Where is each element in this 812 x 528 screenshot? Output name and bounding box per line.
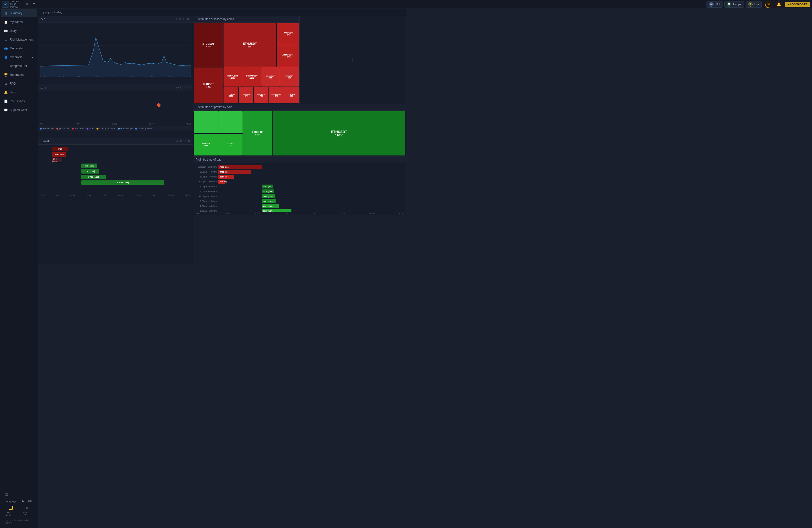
time-row-2: 2:00am - 4:00am -4735 (139): [195, 170, 404, 174]
trades-icon: 📋: [4, 20, 8, 24]
emotions-expand-icon[interactable]: ⤢: [184, 86, 186, 89]
week-x-axis: -288495447928630124681630620143239812781…: [38, 194, 193, 197]
week-edit-icon[interactable]: ✏: [176, 140, 179, 143]
twtusdt-cell: TWTUSDT -1959: [277, 23, 299, 45]
header-text: ...y of your trading: [41, 11, 62, 14]
emotions-edit-icon[interactable]: ✏: [176, 86, 179, 89]
time-row-6: 6:00am - 8:00am 1370 (134): [195, 189, 404, 194]
loss-dist-header: Distribution of losses by coins: [193, 16, 300, 23]
sidebar-item-risk-management[interactable]: 🛡 Risk Management: [1, 35, 37, 44]
profit-distribution-panel: Distribution of profits by coin +: [193, 104, 406, 156]
profit-small-2: [218, 111, 243, 133]
add-panel-button[interactable]: +: [300, 16, 406, 104]
faq-icon: ⚙: [4, 82, 8, 86]
week-title: ...week: [40, 140, 49, 143]
btcusdt-cell: BTCUSDT -8441: [194, 23, 223, 67]
sidebar-item-mentorship[interactable]: 👥 Mentorship: [1, 44, 37, 53]
main-content: ...y of your trading API 1 ✏ ⧉ ⬡ 🗑: [38, 9, 406, 264]
plus-icon: +: [351, 56, 354, 63]
week-expand-icon[interactable]: ⤢: [184, 140, 186, 143]
emotion-dot: [157, 103, 160, 107]
sidebar-label-risk: Risk Management: [10, 38, 33, 41]
sidebar-label-diary: Diary: [10, 29, 17, 32]
sidebar-label-trades: My trades: [10, 20, 23, 24]
logo[interactable]: TRADER MAKE MONEY: [2, 0, 19, 8]
profit-treemap: + BNBUSDT 1900: [193, 111, 406, 156]
week-bar-1: (71): [52, 147, 68, 151]
time-row-4: 8:00pm - 10:00pm -325 (60): [195, 180, 404, 184]
sidebar: ▦ Summary 📋 My trades 📖 Diary 🛡 Risk Man…: [0, 9, 38, 264]
copy-icon[interactable]: ⧉: [179, 17, 182, 21]
equity-chart: 2019Jul '192020Jul '202021Jul '212022Jul…: [38, 23, 193, 79]
profile-icon: 👤: [4, 55, 8, 59]
sidebar-label-profile: My profile: [10, 56, 23, 59]
week-bar-7: 31657 (278): [81, 181, 164, 185]
loss-treemap: BTCUSDT -8441 DIAUSDT -3212: [193, 23, 300, 104]
bifibusd-cell: BIFIBUSD -1568: [223, 87, 238, 103]
sidebar-item-blog[interactable]: 🔔 Blog: [1, 88, 37, 97]
sidebar-label-summary: Summary: [10, 12, 22, 15]
spxusdt-cell: SPXUSDT -870: [239, 87, 253, 103]
sidebar-item-my-trades[interactable]: 📋 My trades: [1, 18, 37, 26]
profile-chevron-icon: ▼: [31, 56, 34, 59]
emotions-delete-icon[interactable]: ✕: [188, 86, 190, 89]
week-copy-icon[interactable]: ⧉: [180, 140, 183, 143]
xvsusdt-cell: XVSUSDT -763: [254, 87, 269, 103]
topnav-icons: 👁 ?: [24, 1, 37, 7]
profit-dist-title: Distribution of profits by coin: [195, 105, 232, 109]
thetausdt-cell: THETAUSDT -1107: [242, 67, 261, 87]
etcusdt-cell: ETCUSDT 5214: [243, 111, 272, 156]
topnav: TRADER MAKE MONEY 👁 ? 🇺🇸 USA 📈 Europe 🌏 …: [0, 0, 406, 9]
mentorship-icon: 👥: [4, 46, 8, 51]
logo-text: TRADER MAKE MONEY: [10, 0, 19, 8]
sidebar-label-telegram: Telegram Bot: [10, 64, 27, 68]
eye-icon[interactable]: 👁: [24, 1, 30, 7]
api-panel-header: API 1 ✏ ⧉ ⬡ 🗑: [38, 16, 193, 23]
ethusdt-cell: ETHUSDT -5187: [223, 23, 276, 67]
delete-icon[interactable]: 🗑: [187, 17, 190, 21]
api-title: API 1: [41, 17, 48, 21]
time-profit-header: Profit by time of day: [193, 156, 406, 163]
diausdt-profit-cell: DIAUSDT 1900: [218, 134, 243, 156]
api-panel: API 1 ✏ ⧉ ⬡ 🗑: [38, 16, 193, 84]
sidebar-item-diary[interactable]: 📖 Diary: [1, 27, 37, 35]
ltcusdt-cell: LTCUSDT -816: [280, 67, 299, 87]
diary-icon: 📖: [4, 29, 8, 33]
legend-усталость: усталость: [56, 127, 69, 130]
chat-icon: 💬: [4, 108, 8, 112]
loss-dist-title: Distribution of losses by coins: [195, 17, 234, 21]
time-row-3: 6:00pm - 8:00pm -1254 (104): [195, 175, 404, 179]
runeusdt-cell: RUNEUSDT -649: [269, 87, 284, 103]
legend-fomo: fomo: [86, 127, 94, 130]
instructions-icon: 📄: [4, 99, 8, 103]
time-row-7: 12:00pm - 2:00pm 1466 (170): [195, 194, 404, 198]
profit-small-3: BNBUSDT 1900: [194, 134, 218, 156]
blog-icon: 🔔: [4, 90, 8, 94]
week-delete-icon[interactable]: ✕: [188, 140, 190, 143]
risk-icon: 🛡: [4, 38, 8, 42]
sidebar-item-my-profile[interactable]: 👤 My profile ▼: [1, 53, 37, 61]
profit-small-1: +: [194, 111, 218, 133]
time-x-axis: -7858-5571-3283-9961292357958678154: [193, 212, 406, 215]
sidebar-item-summary[interactable]: ▦ Summary: [1, 9, 37, 17]
sidebar-item-top-traders[interactable]: 🏆 Top traders: [1, 71, 37, 79]
sidebar-item-telegram[interactable]: ✈ Telegram Bot: [1, 62, 37, 70]
edit-icon[interactable]: ✏: [175, 17, 178, 21]
legend-retest-slope: Retest slope: [118, 127, 133, 130]
week-bar-6: 1722 (169): [81, 175, 106, 179]
sidebar-item-faq[interactable]: ⚙ FAQ: [1, 80, 37, 88]
atmusdt-cell: ATMUSDT -1955: [277, 45, 299, 67]
emotions-copy-icon[interactable]: ⧉: [180, 86, 183, 89]
week-chart: (71) -09 (361) -164 (295) 608 (169): [38, 145, 193, 194]
week-panel: ...week ✏ ⧉ ⤢ ✕ (71) -09 (361: [38, 138, 193, 264]
share-icon[interactable]: ⬡: [183, 17, 185, 21]
sidebar-label-faq: FAQ: [10, 82, 16, 85]
loss-distribution-panel: Distribution of losses by coins BTCUSDT …: [193, 16, 300, 104]
help-icon[interactable]: ?: [31, 1, 37, 7]
sidebar-item-instructions[interactable]: 📄 Instructions: [1, 97, 37, 105]
sidebar-item-support-chat[interactable]: 💬 Support Chat: [1, 106, 37, 114]
emotions-panel: ...ns ✏ ⧉ ⤢ ✕ 9892331367450166358: [38, 84, 193, 138]
logo-icon: [2, 1, 9, 8]
sidebar-label-blog: Blog: [10, 91, 16, 94]
week-header: ...week ✏ ⧉ ⤢ ✕: [38, 138, 193, 145]
